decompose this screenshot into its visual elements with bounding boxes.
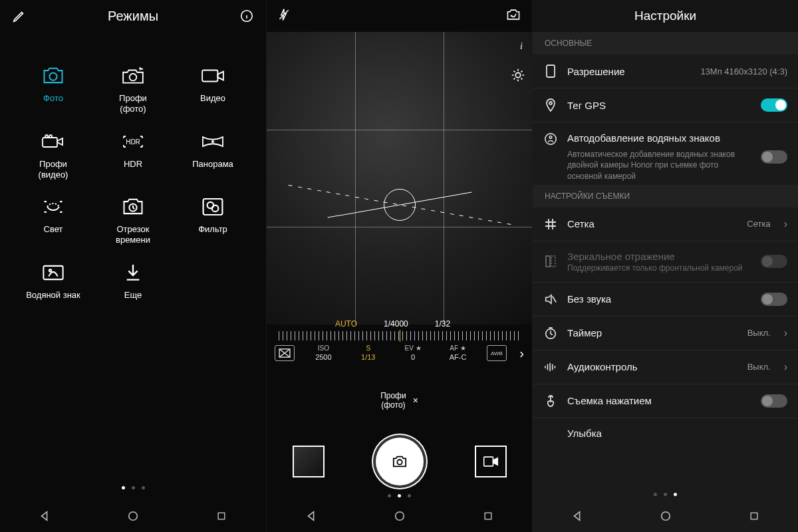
mute-icon xyxy=(543,292,558,307)
mode-more[interactable]: Еще xyxy=(93,262,173,301)
pro-af[interactable]: AF ★AF-C xyxy=(442,344,474,362)
mode-light[interactable]: Свет xyxy=(13,196,93,246)
grid-line xyxy=(267,227,532,227)
mode-label: Видео xyxy=(200,93,225,104)
row-audio[interactable]: Аудиоконтроль Выкл. › xyxy=(533,350,798,384)
touch-toggle[interactable] xyxy=(761,394,787,408)
mode-video[interactable]: Видео xyxy=(173,65,253,115)
nav-home[interactable] xyxy=(120,503,146,529)
nav-bar xyxy=(533,500,798,532)
svg-point-31 xyxy=(549,136,552,138)
settings-list[interactable]: ОСНОВНЫЕ Разрешение 13Мп 4160x3120 (4:3)… xyxy=(533,32,798,532)
nav-bar xyxy=(0,500,266,532)
row-gps[interactable]: Тег GPS xyxy=(533,88,798,122)
row-timer[interactable]: Таймер Выкл. › xyxy=(533,316,798,350)
mode-label: HDR xyxy=(124,159,142,170)
grid-line xyxy=(444,32,444,325)
svg-point-20 xyxy=(515,72,520,77)
viewfinder-panel: i AUTO 1/4000 1/32 ISO2500 S1/13 EV ★0 A… xyxy=(266,0,532,532)
pro-shutter[interactable]: S1/13 xyxy=(352,344,384,362)
level-circle xyxy=(384,189,416,221)
exposure-readout: AUTO 1/4000 1/32 ISO2500 S1/13 EV ★0 AF … xyxy=(267,319,532,362)
mode-timelapse[interactable]: Отрезок времени xyxy=(93,196,173,246)
mode-pro-photo[interactable]: Профи (фото) xyxy=(93,65,173,115)
mode-panorama[interactable]: Панорама xyxy=(173,131,253,181)
nav-home[interactable] xyxy=(652,503,679,529)
nav-back[interactable] xyxy=(564,503,591,529)
pro-iso[interactable]: ISO2500 xyxy=(307,344,339,362)
pro-ev[interactable]: EV ★0 xyxy=(397,344,429,362)
mode-label: Профи (видео) xyxy=(39,159,68,181)
row-resolution[interactable]: Разрешение 13Мп 4160x3120 (4:3) xyxy=(533,55,798,88)
svg-point-36 xyxy=(661,512,670,521)
row-grid[interactable]: Сетка Сетка › xyxy=(533,207,798,241)
aperture-val: 1/32 xyxy=(435,319,450,329)
timer-icon xyxy=(543,326,558,340)
grid-icon xyxy=(543,217,558,231)
awb-icon[interactable]: AWB xyxy=(487,345,507,361)
svg-rect-25 xyxy=(483,457,493,466)
mode-label: Панорама xyxy=(192,159,233,170)
viewfinder-topbar xyxy=(267,0,532,32)
mode-hdr[interactable]: HDR HDR xyxy=(93,131,173,181)
exposure-scale[interactable] xyxy=(279,331,520,340)
svg-point-24 xyxy=(397,460,402,464)
svg-rect-37 xyxy=(751,513,757,519)
row-smile[interactable]: Улыбка xyxy=(533,418,798,448)
mode-photo[interactable]: Фото xyxy=(13,65,93,115)
switch-camera-icon[interactable] xyxy=(505,7,521,25)
nav-home[interactable] xyxy=(386,503,413,529)
video-mode-button[interactable] xyxy=(475,446,507,477)
pro-video-icon xyxy=(41,131,65,152)
settings-panel: Настройки ОСНОВНЫЕ Разрешение 13Мп 4160x… xyxy=(532,0,798,532)
row-watermark-title[interactable]: Автодобавление водяных знаков Автоматиче… xyxy=(533,122,798,185)
nav-recent[interactable] xyxy=(208,503,235,529)
light-icon xyxy=(41,196,65,217)
current-mode-badge[interactable]: Профи (фото) × xyxy=(380,391,418,410)
svg-rect-18 xyxy=(219,513,225,519)
nav-recent[interactable] xyxy=(475,503,501,529)
svg-rect-6 xyxy=(43,138,57,147)
grid-line xyxy=(267,130,532,130)
mode-label: Отрезок времени xyxy=(116,224,150,246)
viewfinder[interactable]: i xyxy=(267,32,532,325)
hdr-icon: HDR xyxy=(121,131,145,152)
shutter-fast: 1/4000 xyxy=(384,319,408,329)
panorama-icon xyxy=(201,131,225,152)
edit-icon[interactable] xyxy=(12,9,27,23)
svg-point-26 xyxy=(395,512,404,521)
chevron-right-icon[interactable]: › xyxy=(519,346,524,361)
watermark-toggle[interactable] xyxy=(761,150,787,164)
svg-point-30 xyxy=(545,134,556,144)
svg-rect-28 xyxy=(547,65,555,77)
mute-toggle[interactable] xyxy=(761,293,787,306)
mode-pro-video[interactable]: Профи (видео) xyxy=(13,131,93,181)
section-basic: ОСНОВНЫЕ xyxy=(533,32,798,55)
mode-label: Фильтр xyxy=(198,224,227,235)
close-icon[interactable]: × xyxy=(413,395,418,406)
nav-recent[interactable] xyxy=(741,503,767,529)
metering-icon[interactable] xyxy=(275,345,295,361)
svg-point-4 xyxy=(130,74,137,81)
info-icon[interactable] xyxy=(239,9,254,23)
svg-point-17 xyxy=(129,512,138,521)
nav-back[interactable] xyxy=(31,503,58,529)
resolution-icon xyxy=(543,64,558,78)
page-dots xyxy=(0,486,266,489)
mode-filter[interactable]: Фильтр xyxy=(173,196,253,246)
gps-toggle[interactable] xyxy=(761,98,787,112)
row-mirror: Зеркальное отражение Поддерживается толь… xyxy=(533,241,798,282)
mode-watermark[interactable]: Водяной знак xyxy=(13,262,93,301)
shutter-button[interactable] xyxy=(376,438,424,485)
brightness-icon[interactable] xyxy=(511,68,525,85)
pro-camera-icon xyxy=(121,65,145,86)
gallery-thumbnail[interactable] xyxy=(293,446,325,477)
row-mute[interactable]: Без звука xyxy=(533,282,798,316)
flash-icon[interactable] xyxy=(277,8,291,24)
chevron-right-icon: › xyxy=(784,327,787,339)
nav-back[interactable] xyxy=(298,503,325,529)
audio-icon xyxy=(543,360,558,374)
info-indicator[interactable]: i xyxy=(520,41,523,52)
row-touch-capture[interactable]: Съемка нажатием xyxy=(533,384,798,418)
page-dots xyxy=(533,489,798,500)
